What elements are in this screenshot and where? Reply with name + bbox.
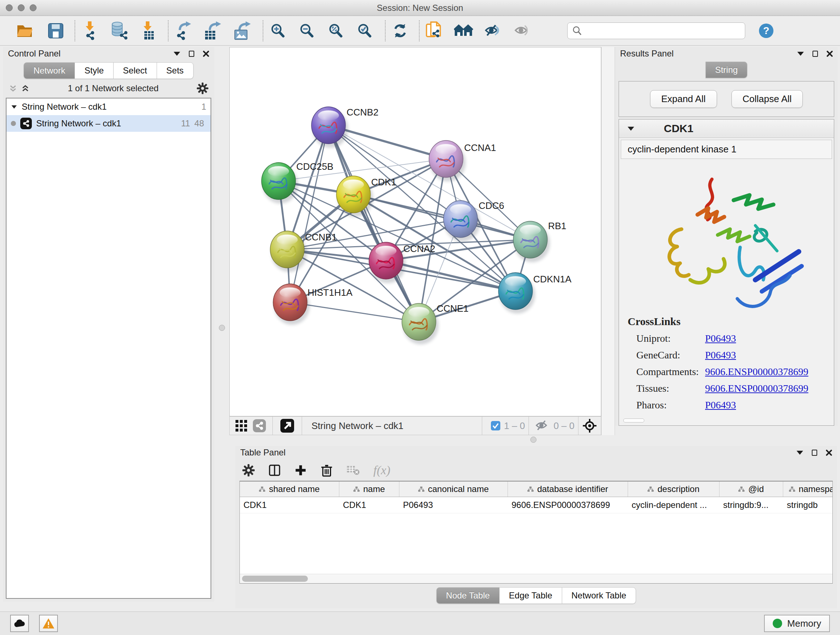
birdseye-toggle-button[interactable]: [578, 415, 601, 437]
node-label-CDK1: CDK1: [371, 177, 396, 187]
node-CDKN1A[interactable]: [499, 272, 535, 314]
table-settings-gear-icon[interactable]: [242, 464, 255, 477]
add-column-icon[interactable]: [294, 464, 307, 477]
close-panel-icon[interactable]: [826, 450, 832, 456]
help-button[interactable]: ?: [756, 20, 776, 42]
float-panel-icon[interactable]: [189, 51, 194, 57]
collapse-all-tree-icon[interactable]: [9, 85, 17, 92]
column-header-description[interactable]: description: [628, 481, 720, 497]
close-panel-icon[interactable]: [827, 51, 833, 57]
node-label-CCNB1: CCNB1: [305, 232, 337, 242]
node-HIST1H1A[interactable]: [273, 284, 309, 325]
zoom-out-button[interactable]: [297, 20, 317, 42]
collapse-all-button[interactable]: Collapse All: [731, 90, 803, 108]
crosslink-link[interactable]: P06493: [705, 349, 736, 361]
zoom-in-button[interactable]: [268, 20, 288, 42]
tab-edge-table[interactable]: Edge Table: [500, 587, 562, 604]
network-collection-row[interactable]: String Network – cdk11: [6, 98, 210, 115]
results-hscrollbar[interactable]: [622, 418, 830, 423]
crosslink-link[interactable]: P06493: [705, 399, 736, 411]
tab-style[interactable]: Style: [75, 62, 113, 79]
table-tabs: Node TableEdge TableNetwork Table: [235, 584, 837, 608]
tab-node-table[interactable]: Node Table: [436, 587, 500, 604]
import-network-button[interactable]: [80, 20, 101, 42]
hide-selected-button[interactable]: [483, 20, 503, 42]
network-canvas[interactable]: CCNB2CCNA1CDC25BCDK1CDC6RB1CCNB1CCNA2CDK…: [229, 47, 601, 416]
column-header--id[interactable]: @id: [720, 481, 783, 497]
crosslinks-heading: CrossLinks: [628, 315, 825, 328]
gene-symbol: CDK1: [664, 122, 693, 135]
float-panel-icon[interactable]: [813, 51, 818, 57]
gene-header[interactable]: CDK1: [619, 119, 834, 138]
panel-menu-icon[interactable]: [797, 451, 803, 455]
node-CCNB2[interactable]: [311, 107, 348, 148]
tab-network[interactable]: Network: [24, 62, 75, 79]
warnings-button[interactable]: [39, 615, 58, 632]
float-panel-icon[interactable]: [812, 450, 817, 456]
table-hscrollbar-thumb[interactable]: [242, 576, 308, 582]
column-header-database-identifier[interactable]: database identifier: [508, 481, 628, 497]
crosslink-link[interactable]: P06493: [705, 333, 736, 344]
export-table-button[interactable]: [202, 20, 223, 42]
zoom-selected-button[interactable]: [355, 20, 375, 42]
collapse-icon[interactable]: [11, 105, 17, 109]
save-session-button[interactable]: [46, 20, 66, 42]
toolbar-search[interactable]: [567, 22, 745, 39]
close-panel-icon[interactable]: [203, 51, 209, 57]
open-session-button[interactable]: [14, 20, 35, 42]
column-header-shared-name[interactable]: shared name: [240, 481, 339, 497]
status-bar: Memory: [0, 611, 840, 635]
collapse-gene-icon[interactable]: [628, 127, 634, 131]
column-header-name[interactable]: name: [339, 481, 399, 497]
selected-nodes-checkbox[interactable]: [491, 421, 500, 431]
export-network-button[interactable]: [173, 20, 193, 42]
expand-all-button[interactable]: Expand All: [650, 90, 717, 108]
grid-view-button[interactable]: [233, 415, 250, 437]
open-in-window-button[interactable]: [276, 415, 298, 437]
node-CDC6[interactable]: [444, 201, 480, 241]
tab-sets[interactable]: Sets: [157, 62, 194, 79]
column-header-namespac[interactable]: namespac: [783, 481, 833, 497]
node-CDC25B[interactable]: [262, 163, 298, 203]
network-scrollbar-gutter[interactable]: [601, 47, 615, 435]
node-CCNE1[interactable]: [402, 303, 439, 344]
table-panel-title: Table Panel: [240, 448, 286, 458]
tab-string[interactable]: String: [706, 62, 748, 78]
network-options-gear-icon[interactable]: [197, 82, 208, 94]
splitter-knob-left[interactable]: [219, 325, 225, 331]
node-RB1[interactable]: [513, 221, 550, 262]
table-panel: Table Panel f(x) s: [235, 446, 837, 608]
crosslinks-section: CrossLinks Uniprot: P06493 GeneCard: P06…: [619, 314, 834, 417]
network-type-button[interactable]: [250, 415, 269, 437]
show-all-button[interactable]: [512, 20, 532, 42]
table-row[interactable]: CDK1CDK1P064939606.ENSP00000378699cyclin…: [240, 497, 832, 513]
import-network-from-database-button[interactable]: [109, 20, 129, 42]
show-columns-icon[interactable]: [268, 464, 281, 477]
node-CCNA1[interactable]: [429, 141, 466, 181]
delete-column-icon[interactable]: [321, 464, 333, 477]
table-hscrollbar[interactable]: [240, 574, 832, 583]
panel-menu-icon[interactable]: [797, 52, 804, 56]
export-image-button[interactable]: [232, 20, 253, 42]
crosslink-row: Pharos: P06493: [636, 399, 825, 411]
refresh-button[interactable]: [390, 20, 410, 42]
zoom-fit-button[interactable]: [325, 20, 346, 42]
network-view-footer: String Network – cdk1 1 – 0 0 – 0: [229, 416, 601, 435]
panel-menu-icon[interactable]: [174, 52, 180, 56]
crosslink-link[interactable]: 9606.ENSP00000378699: [705, 383, 808, 394]
cloud-status-button[interactable]: [10, 615, 29, 632]
import-table-button[interactable]: [138, 20, 158, 42]
column-header-canonical-name[interactable]: canonical name: [399, 481, 508, 497]
search-input[interactable]: [582, 24, 741, 38]
network-graph[interactable]: CCNB2CCNA1CDC25BCDK1CDC6RB1CCNB1CCNA2CDK…: [230, 48, 601, 416]
memory-button[interactable]: Memory: [764, 615, 830, 632]
control-panel-title: Control Panel: [8, 49, 60, 59]
clone-network-button[interactable]: [424, 20, 444, 42]
crosslink-link[interactable]: 9606.ENSP00000378699: [705, 366, 808, 378]
network-row[interactable]: String Network – cdk1 11 48: [6, 115, 210, 132]
tab-select[interactable]: Select: [114, 62, 157, 79]
expand-all-tree-icon[interactable]: [21, 85, 30, 92]
tab-network-table[interactable]: Network Table: [562, 587, 636, 604]
horizontal-splitter[interactable]: [229, 435, 615, 445]
first-neighbors-button[interactable]: [454, 20, 474, 42]
